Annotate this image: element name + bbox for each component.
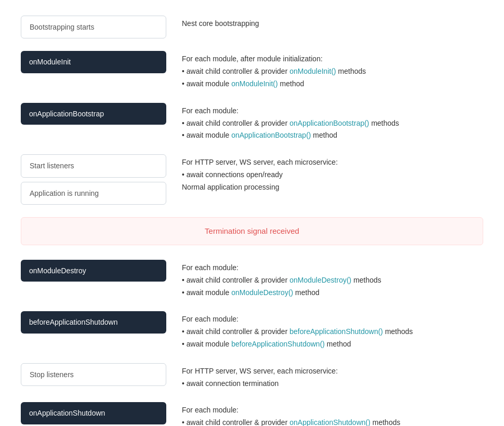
desc-line: For each module: xyxy=(182,262,483,274)
desc-line: Nest core bootstrapping xyxy=(182,18,483,30)
box-col: onModuleDestroy xyxy=(21,260,166,282)
box-bootstrapping-starts: Bootstrapping starts xyxy=(21,16,166,38)
box-col: onApplicationShutdownProcess exits xyxy=(21,402,166,426)
desc-col: Nest core bootstrapping xyxy=(182,16,483,30)
method-link[interactable]: onApplicationBootstrap() xyxy=(289,119,369,127)
lifecycle-row-on-application-shutdown: onApplicationShutdownProcess exitsFor ea… xyxy=(21,402,483,426)
box-beforeapplicationshutdown: beforeApplicationShutdown xyxy=(21,311,166,333)
desc-col: For each module:• await child controller… xyxy=(182,103,483,142)
box-col: Bootstrapping starts xyxy=(21,16,166,38)
method-link[interactable]: onApplicationBootstrap() xyxy=(231,131,311,139)
desc-line: • await connections open/ready xyxy=(182,169,483,181)
desc-col: For HTTP server, WS server, each microse… xyxy=(182,154,483,193)
lifecycle-row-bootstrapping-starts: Bootstrapping startsNest core bootstrapp… xyxy=(21,16,483,38)
box-col: Start listenersApplication is running xyxy=(21,154,166,205)
rows-before: Bootstrapping startsNest core bootstrapp… xyxy=(21,16,483,205)
method-link[interactable]: beforeApplicationShutdown() xyxy=(289,327,383,336)
desc-line: • await child controller & provider onMo… xyxy=(182,65,483,78)
box-onmoduleinit: onModuleInit xyxy=(21,51,166,73)
desc-line: • await module onModuleInit() method xyxy=(182,78,483,90)
desc-col: For each module:• await child controller… xyxy=(182,260,483,299)
lifecycle-row-on-application-bootstrap: onApplicationBootstrapFor each module:• … xyxy=(21,103,483,142)
desc-line: • await module onModuleDestroy() method xyxy=(182,287,483,299)
desc-line: • await connection termination xyxy=(182,378,483,390)
box-col: beforeApplicationShutdown xyxy=(21,311,166,333)
desc-line: • await child controller & provider onAp… xyxy=(182,117,483,130)
lifecycle-page: Bootstrapping startsNest core bootstrapp… xyxy=(0,0,504,426)
box-onapplicationbootstrap: onApplicationBootstrap xyxy=(21,103,166,125)
box-col: onModuleInit xyxy=(21,51,166,73)
lifecycle-row-stop-listeners: Stop listenersFor HTTP server, WS server… xyxy=(21,363,483,390)
termination-banner: Termination signal received xyxy=(21,217,483,245)
box-col: onApplicationBootstrap xyxy=(21,103,166,125)
desc-col: For each module:• await child controller… xyxy=(182,311,483,350)
desc-line: For each module, after module initializa… xyxy=(182,53,483,65)
box-stop-listeners: Stop listeners xyxy=(21,363,166,386)
method-link[interactable]: onModuleDestroy() xyxy=(231,288,293,297)
desc-col: For each module:• await child controller… xyxy=(182,402,483,426)
box-onmoduledestroy: onModuleDestroy xyxy=(21,260,166,282)
method-link[interactable]: onModuleDestroy() xyxy=(289,276,351,284)
desc-line: • await module beforeApplicationShutdown… xyxy=(182,338,483,351)
desc-line: • await child controller & provider onAp… xyxy=(182,417,483,426)
desc-line: For HTTP server, WS server, each microse… xyxy=(182,365,483,378)
desc-line: • await child controller & provider befo… xyxy=(182,326,483,338)
desc-line: • await child controller & provider onMo… xyxy=(182,274,483,287)
desc-line: Normal application processing xyxy=(182,181,483,194)
desc-line: For each module: xyxy=(182,105,483,117)
lifecycle-row-on-module-init: onModuleInitFor each module, after modul… xyxy=(21,51,483,90)
method-link[interactable]: beforeApplicationShutdown() xyxy=(231,340,325,348)
rows-after: onModuleDestroyFor each module:• await c… xyxy=(21,260,483,426)
desc-col: For HTTP server, WS server, each microse… xyxy=(182,363,483,390)
lifecycle-row-on-module-destroy: onModuleDestroyFor each module:• await c… xyxy=(21,260,483,299)
desc-line: For each module: xyxy=(182,313,483,326)
box-application-is-running: Application is running xyxy=(21,182,166,205)
lifecycle-row-start-listeners-running: Start listenersApplication is runningFor… xyxy=(21,154,483,205)
desc-col: For each module, after module initializa… xyxy=(182,51,483,90)
box-col: Stop listeners xyxy=(21,363,166,386)
box-onapplicationshutdown: onApplicationShutdown xyxy=(21,402,166,424)
method-link[interactable]: onApplicationShutdown() xyxy=(289,418,370,426)
desc-line: For HTTP server, WS server, each microse… xyxy=(182,156,483,169)
desc-line: For each module: xyxy=(182,404,483,417)
desc-line: • await module onApplicationBootstrap() … xyxy=(182,129,483,142)
lifecycle-row-before-application-shutdown: beforeApplicationShutdownFor each module… xyxy=(21,311,483,350)
method-link[interactable]: onModuleInit() xyxy=(231,79,278,88)
method-link[interactable]: onModuleInit() xyxy=(289,67,336,75)
box-start-listeners: Start listeners xyxy=(21,154,166,177)
